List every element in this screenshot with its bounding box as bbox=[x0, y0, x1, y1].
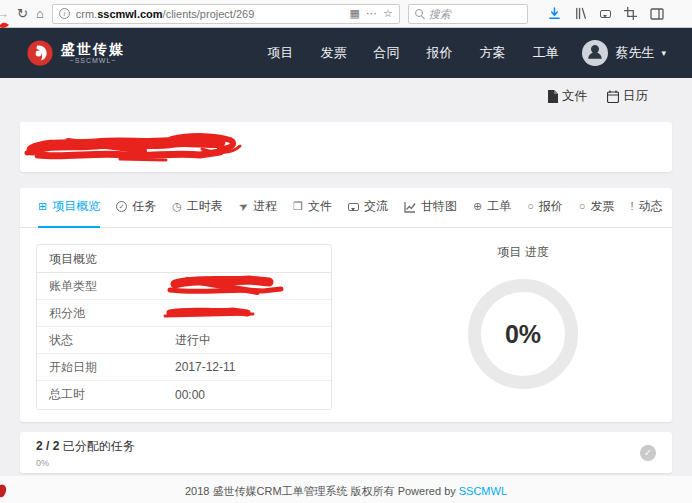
nav-item-quotes[interactable]: 报价 bbox=[426, 44, 452, 62]
footer-link[interactable]: SSCMWL bbox=[459, 485, 507, 497]
comment-icon bbox=[348, 203, 359, 211]
progress-donut: 0% bbox=[468, 279, 578, 389]
exclamation-icon: ! bbox=[630, 201, 633, 212]
tab-workorder[interactable]: ⊕ 工单 bbox=[473, 188, 511, 228]
project-title-card bbox=[20, 122, 672, 172]
footer-text: 2018 盛世传媒CRM工单管理系统 版权所有 Powered by bbox=[185, 485, 456, 497]
table-row: 总工时 00:00 bbox=[37, 381, 331, 408]
tab-process[interactable]: ➤ 进程 bbox=[239, 188, 277, 228]
copy-icon: ❐ bbox=[293, 201, 303, 212]
nav-menu: 项目 发票 合同 报价 方案 工单 bbox=[267, 44, 558, 62]
tab-label: 进程 bbox=[253, 198, 277, 215]
project-tabbar: ⊞ 项目概览 ✓ 任务 ◷ 工时表 ➤ 进程 ❐ 文件 bbox=[20, 188, 672, 228]
tab-label: 甘特图 bbox=[421, 198, 457, 215]
row-value: 2017-12-11 bbox=[175, 360, 236, 374]
redacted-value bbox=[163, 304, 255, 322]
download-icon[interactable] bbox=[548, 7, 561, 20]
nav-item-workorders[interactable]: 工单 bbox=[532, 44, 558, 62]
row-label: 状态 bbox=[49, 332, 175, 349]
search-input[interactable] bbox=[429, 8, 509, 20]
progress-value: 0% bbox=[505, 320, 541, 349]
reload-icon[interactable]: ↻ bbox=[17, 7, 28, 20]
browser-window: → ↻ ⌂ i crm.sscmwl.com/clients/project/2… bbox=[0, 0, 692, 503]
app-logo[interactable]: 盛世传媒 ~SSCMWL~ bbox=[26, 39, 125, 67]
tab-label: 动态 bbox=[639, 198, 663, 215]
chat-icon[interactable] bbox=[600, 10, 611, 18]
logo-icon bbox=[26, 39, 54, 67]
toolbar-right-icons bbox=[548, 7, 664, 20]
url-path: /clients/project/269 bbox=[163, 8, 255, 20]
overview-title: 项目概览 bbox=[37, 245, 331, 273]
clock-icon: ◷ bbox=[172, 201, 182, 212]
tab-tasks[interactable]: ✓ 任务 bbox=[116, 188, 156, 228]
nav-item-contracts[interactable]: 合同 bbox=[373, 44, 399, 62]
user-menu[interactable]: 蔡先生 ▾ bbox=[582, 40, 666, 66]
page-actions-dots-icon[interactable]: ⋯ bbox=[366, 8, 377, 19]
logo-subtitle: ~SSCMWL~ bbox=[61, 57, 125, 64]
circle-icon: ○ bbox=[527, 201, 534, 212]
tab-label: 任务 bbox=[132, 198, 156, 215]
redaction-stray-mark bbox=[0, 483, 9, 499]
calendar-button-label: 日历 bbox=[623, 88, 648, 105]
tab-discussion[interactable]: 交流 bbox=[348, 188, 388, 228]
search-icon bbox=[415, 9, 425, 19]
table-row: 积分池 bbox=[37, 300, 331, 327]
nav-item-projects[interactable]: 项目 bbox=[267, 44, 293, 62]
caret-down-icon: ▾ bbox=[661, 48, 666, 58]
file-icon bbox=[547, 90, 558, 103]
tab-files[interactable]: ❐ 文件 bbox=[293, 188, 332, 228]
table-row: 账单类型 bbox=[37, 273, 331, 300]
check-circle-icon: ✓ bbox=[116, 201, 127, 212]
tab-label: 发票 bbox=[590, 198, 614, 215]
url-prefix: crm. bbox=[76, 8, 97, 20]
app-navbar: 盛世传媒 ~SSCMWL~ 项目 发票 合同 报价 方案 工单 蔡先生 ▾ bbox=[0, 28, 692, 78]
plus-circle-icon: ⊕ bbox=[473, 201, 482, 212]
library-icon[interactable] bbox=[574, 7, 587, 20]
files-button[interactable]: 文件 bbox=[547, 88, 587, 105]
row-label: 总工时 bbox=[49, 386, 175, 403]
row-label: 开始日期 bbox=[49, 359, 175, 376]
files-button-label: 文件 bbox=[562, 88, 587, 105]
calendar-button[interactable]: 日历 bbox=[607, 88, 648, 105]
info-icon[interactable]: i bbox=[59, 8, 70, 19]
progress-title: 项目 进度 bbox=[428, 244, 618, 261]
tab-invoice[interactable]: ○ 发票 bbox=[579, 188, 615, 228]
project-main-card: ⊞ 项目概览 ✓ 任务 ◷ 工时表 ➤ 进程 ❐ 文件 bbox=[20, 188, 672, 422]
tasks-percent: 0% bbox=[36, 458, 135, 468]
search-box[interactable] bbox=[408, 4, 528, 24]
browser-toolbar: → ↻ ⌂ i crm.sscmwl.com/clients/project/2… bbox=[0, 0, 692, 28]
bookmark-star-icon[interactable]: ☆ bbox=[383, 8, 393, 19]
crop-icon[interactable] bbox=[624, 7, 637, 20]
user-name: 蔡先生 bbox=[615, 44, 654, 62]
grid-icon: ⊞ bbox=[38, 201, 47, 212]
nav-item-proposals[interactable]: 方案 bbox=[479, 44, 505, 62]
logo-title: 盛世传媒 bbox=[61, 42, 125, 57]
avatar bbox=[582, 40, 608, 66]
tab-label: 报价 bbox=[539, 198, 563, 215]
tab-quote[interactable]: ○ 报价 bbox=[527, 188, 563, 228]
qr-grid-icon[interactable]: ▦ bbox=[349, 8, 359, 19]
table-row: 状态 进行中 bbox=[37, 327, 331, 354]
url-domain: sscmwl.com bbox=[97, 8, 162, 20]
tab-activity[interactable]: ! 动态 bbox=[630, 188, 662, 228]
paper-plane-icon: ➤ bbox=[237, 199, 250, 213]
table-row: 开始日期 2017-12-11 bbox=[37, 354, 331, 381]
tab-overview[interactable]: ⊞ 项目概览 bbox=[38, 188, 100, 228]
home-icon[interactable]: ⌂ bbox=[36, 7, 44, 20]
row-label: 账单类型 bbox=[49, 278, 175, 295]
redacted-project-title bbox=[24, 127, 246, 167]
url-bar[interactable]: i crm.sscmwl.com/clients/project/269 ▦ ⋯… bbox=[52, 4, 400, 24]
check-circle-icon: ✓ bbox=[640, 445, 656, 461]
tab-gantt[interactable]: 甘特图 bbox=[404, 188, 457, 228]
tab-timesheet[interactable]: ◷ 工时表 bbox=[172, 188, 223, 228]
tab-label: 交流 bbox=[364, 198, 388, 215]
sidebar-icon[interactable] bbox=[650, 8, 664, 20]
nav-item-invoices[interactable]: 发票 bbox=[320, 44, 346, 62]
chart-line-icon bbox=[404, 201, 416, 213]
assigned-tasks-card: 2 / 2 已分配的任务 0% ✓ bbox=[20, 432, 672, 473]
row-value: 00:00 bbox=[175, 388, 205, 402]
row-value: 进行中 bbox=[175, 332, 211, 349]
tasks-summary: 2 / 2 已分配的任务 0% bbox=[36, 438, 135, 468]
circle-icon: ○ bbox=[579, 201, 586, 212]
project-progress: 项目 进度 0% bbox=[428, 244, 618, 389]
